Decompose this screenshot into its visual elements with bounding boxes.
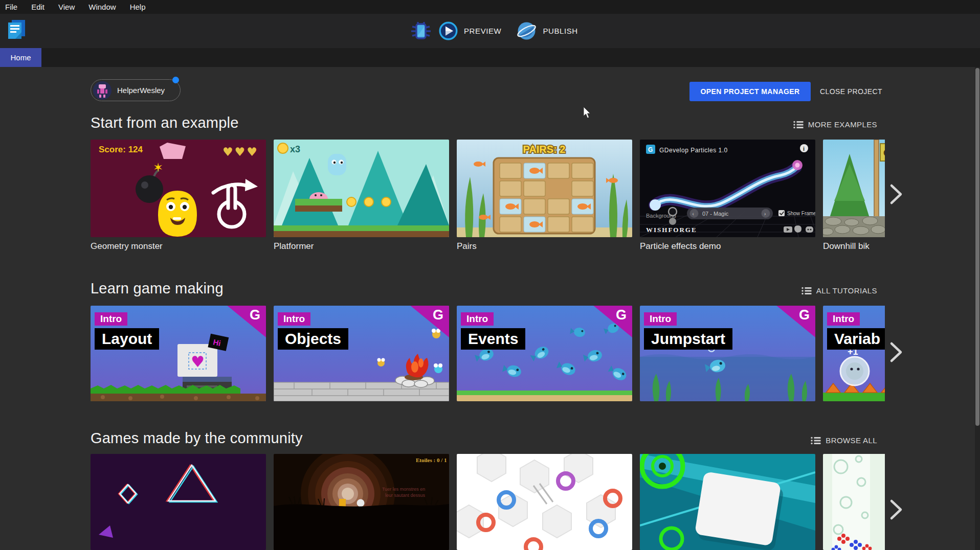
show-frame-label: Show Frame (787, 211, 815, 216)
tutorial-card-objects[interactable]: G Intro Objects (274, 306, 449, 401)
example-card-particle-effects[interactable]: G i ‹ › GDevelop Particles 1.0 (640, 140, 815, 237)
intro-badge: Intro (827, 312, 860, 326)
list-icon (793, 121, 804, 129)
more-examples-link[interactable]: MORE EXAMPLES (793, 120, 877, 129)
particle-demo-title: GDevelop Particles 1.0 (659, 147, 728, 154)
publish-globe-icon[interactable] (517, 21, 537, 41)
coin-counter: x3 (290, 144, 300, 154)
list-icon (811, 437, 821, 445)
svg-text:‹: ‹ (693, 211, 694, 217)
tutorials-carousel: ♥ Hi G Intro Layout (91, 306, 885, 401)
community-card-5[interactable] (823, 454, 885, 550)
community-card-4[interactable] (640, 454, 815, 550)
menu-file[interactable]: File (5, 3, 17, 11)
scrollbar-thumb[interactable] (975, 68, 979, 426)
gdevelop-logo: G (799, 307, 810, 323)
intro-badge: Intro (278, 312, 310, 326)
avatar (93, 81, 112, 100)
svg-text:♥♥♥: ♥♥♥ (222, 145, 259, 158)
community-card-3[interactable] (457, 454, 632, 550)
community-card-2[interactable]: Etoiles : 0 / 1 Tuer les monstres en leu… (274, 454, 449, 550)
preview-button[interactable]: PREVIEW (464, 27, 501, 35)
example-title[interactable]: Geometry monster (91, 241, 266, 251)
example-card-geometry-monster[interactable]: ♥♥♥ ✶ (91, 140, 266, 237)
tutorial-word: Layout (95, 328, 159, 350)
svg-text:♥: ♥ (191, 353, 205, 371)
tab-bar: Home (0, 48, 980, 67)
example-titles: Geometry monster Platformer Pairs Partic… (91, 241, 980, 251)
svg-text:G: G (648, 146, 653, 153)
example-title[interactable]: Pairs (457, 241, 632, 251)
browse-all-link[interactable]: BROWSE ALL (811, 436, 877, 445)
menu-view[interactable]: View (58, 3, 75, 11)
background-label: Background (646, 213, 676, 219)
gdevelop-logo: G (433, 307, 443, 323)
svg-text:›: › (764, 211, 766, 217)
menu-window[interactable]: Window (88, 3, 116, 11)
sign-letter: G (883, 148, 885, 158)
example-card-pairs[interactable]: PAIRS: 2 (457, 140, 632, 237)
tutorial-card-events[interactable]: G Intro Events (457, 306, 632, 401)
tutorials-next-button[interactable] (889, 341, 903, 365)
examples-next-button[interactable] (889, 184, 903, 207)
examples-carousel: ♥♥♥ ✶ (91, 140, 885, 237)
open-project-manager-button[interactable]: OPEN PROJECT MANAGER (689, 82, 811, 101)
project-manager-icon[interactable] (6, 18, 28, 40)
mouse-cursor (583, 107, 592, 119)
tutorial-word: Jumpstart (644, 328, 732, 350)
example-card-platformer[interactable]: x3 (274, 140, 449, 237)
main-toolbar: PREVIEW PUBLISH (0, 14, 980, 48)
menu-edit[interactable]: Edit (31, 3, 44, 11)
intro-badge: Intro (644, 312, 677, 326)
example-title[interactable]: Downhill bik (823, 241, 980, 251)
community-carousel: Etoiles : 0 / 1 Tuer les monstres en leu… (91, 454, 885, 550)
etoiles-counter: Etoiles : 0 / 1 (416, 457, 447, 463)
gdevelop-window: File Edit View Window Help (0, 0, 980, 550)
community-card-1[interactable] (91, 454, 266, 550)
intro-badge: Intro (461, 312, 494, 326)
debugger-icon[interactable] (409, 20, 433, 42)
example-title[interactable]: Platformer (274, 241, 449, 251)
section-title-examples: Start from an example (91, 114, 239, 131)
list-icon (801, 287, 812, 295)
all-tutorials-label: ALL TUTORIALS (816, 286, 877, 295)
svg-text:i: i (803, 146, 805, 152)
gdevelop-logo: G (616, 307, 627, 323)
menu-bar: File Edit View Window Help (0, 0, 980, 14)
example-title[interactable]: Particle effects demo (640, 241, 815, 251)
example-card-downhill[interactable]: G (823, 140, 885, 237)
more-examples-label: MORE EXAMPLES (808, 120, 877, 129)
hint-text-1: Tuer les monstres en (382, 487, 425, 492)
tutorial-word: Events (461, 328, 525, 350)
home-page: HelperWesley OPEN PROJECT MANAGER CLOSE … (0, 67, 980, 550)
tab-home[interactable]: Home (0, 48, 41, 67)
hint-text-2: leur sautant dessus (385, 493, 426, 498)
game-score-label: Score: 124 (99, 145, 143, 155)
browse-all-label: BROWSE ALL (826, 436, 877, 445)
community-next-button[interactable] (889, 499, 903, 522)
section-title-tutorials: Learn game making (91, 280, 224, 297)
username: HelperWesley (117, 86, 165, 95)
svg-text:✶: ✶ (153, 161, 163, 175)
wishforge-brand: WISHFORGE (646, 226, 697, 234)
timeline-label: 07 - Magic (702, 211, 729, 217)
publish-button[interactable]: PUBLISH (543, 27, 577, 35)
scrollbar-track[interactable] (975, 67, 980, 550)
intro-badge: Intro (95, 312, 127, 326)
preview-play-icon[interactable] (439, 21, 458, 40)
tutorial-word: Variab (827, 328, 885, 350)
notification-dot (172, 77, 179, 83)
tutorial-card-jumpstart[interactable]: G Intro Jumpstart (640, 306, 815, 401)
all-tutorials-link[interactable]: ALL TUTORIALS (801, 286, 877, 295)
section-title-community: Games made by the community (91, 430, 303, 447)
tutorial-word: Objects (278, 328, 348, 350)
close-project-button[interactable]: CLOSE PROJECT (816, 82, 886, 101)
gdevelop-logo: G (250, 307, 260, 323)
pairs-score-text: PAIRS: 2 (523, 144, 566, 155)
tutorial-card-layout[interactable]: ♥ Hi G Intro Layout (91, 306, 266, 401)
tutorial-card-variables[interactable]: +1 G Intro Variab (823, 306, 885, 401)
menu-help[interactable]: Help (130, 3, 146, 11)
user-profile-chip[interactable]: HelperWesley (91, 79, 181, 101)
